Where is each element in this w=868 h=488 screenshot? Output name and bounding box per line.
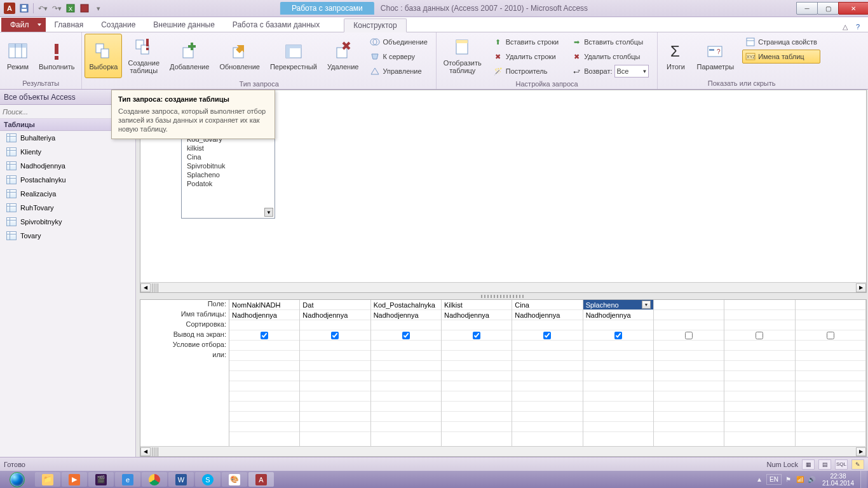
qbe-cell[interactable]: [371, 422, 441, 432]
qbe-show-cell[interactable]: [371, 330, 441, 341]
qbe-cell[interactable]: [512, 381, 582, 391]
show-checkbox[interactable]: [331, 332, 339, 339]
qbe-table-cell[interactable]: Nadhodjennya: [371, 310, 441, 320]
delete-cols-button[interactable]: ✖Удалить столбцы: [568, 50, 652, 64]
qbe-cell[interactable]: [442, 351, 512, 361]
qbe-cell[interactable]: [796, 381, 865, 391]
qbe-show-cell[interactable]: [300, 330, 370, 341]
insert-rows-button[interactable]: ⬆Вставить строки: [490, 35, 562, 49]
qbe-table-cell[interactable]: Nadhodjennya: [442, 310, 512, 320]
qbe-cell[interactable]: [229, 391, 299, 402]
nav-table-item[interactable]: Nadhodjennya: [0, 159, 135, 173]
view-sql-button[interactable]: SQL: [835, 459, 848, 470]
qbe-cell[interactable]: [512, 341, 582, 351]
field-item[interactable]: Cina: [182, 152, 275, 161]
qbe-cell[interactable]: [654, 351, 724, 361]
qbe-cell[interactable]: [229, 412, 299, 422]
qbe-cell[interactable]: [512, 412, 582, 422]
qbe-sort-cell[interactable]: [724, 320, 794, 330]
field-item[interactable]: Podatok: [182, 179, 275, 188]
ribbon-minimize-icon[interactable]: △: [840, 22, 850, 32]
qbe-cell[interactable]: [300, 391, 370, 402]
qbe-sort-cell[interactable]: [796, 320, 865, 330]
qbe-cell[interactable]: [512, 422, 582, 432]
view-datasheet-button[interactable]: ▦: [802, 459, 815, 470]
qbe-cell[interactable]: [442, 341, 512, 351]
show-checkbox[interactable]: [261, 332, 268, 339]
builder-button[interactable]: 🪄Построитель: [490, 64, 562, 78]
qbe-cell[interactable]: [300, 351, 370, 361]
field-item[interactable]: Spivrobitnuk: [182, 161, 275, 170]
qbe-cell[interactable]: [796, 361, 865, 371]
qbe-cell[interactable]: [796, 402, 865, 412]
splitter-gripper[interactable]: [140, 294, 867, 299]
qbe-cell[interactable]: [724, 412, 794, 422]
task-word[interactable]: W: [168, 472, 194, 487]
qbe-cell[interactable]: [300, 402, 370, 412]
qbe-cell[interactable]: [654, 422, 724, 432]
qbe-show-cell[interactable]: [724, 330, 794, 341]
start-button[interactable]: [0, 471, 34, 488]
task-access[interactable]: A: [248, 472, 274, 487]
qbe-field-cell[interactable]: NomNaklNADH: [229, 300, 299, 310]
property-sheet-button[interactable]: Страница свойств: [742, 35, 820, 49]
table-names-button[interactable]: XYZИмена таблиц: [742, 50, 820, 64]
qbe-cell[interactable]: [654, 371, 724, 381]
qat-export-excel-icon[interactable]: X: [65, 3, 76, 13]
language-indicator[interactable]: EN: [766, 474, 782, 485]
qbe-column[interactable]: KilkistNadhodjennya: [442, 300, 512, 446]
qbe-cell[interactable]: [583, 381, 653, 391]
nav-table-item[interactable]: Klienty: [0, 145, 135, 159]
qbe-show-cell[interactable]: [583, 330, 653, 341]
qbe-horizontal-scrollbar[interactable]: ◀ ▶: [140, 446, 866, 456]
qbe-sort-cell[interactable]: [229, 320, 299, 330]
qbe-show-cell[interactable]: [654, 330, 724, 341]
maximize-button[interactable]: ▢: [817, 2, 839, 15]
qat-export-purple-icon[interactable]: [79, 3, 90, 13]
parameters-button[interactable]: ? Параметры: [692, 34, 738, 78]
qbe-show-cell[interactable]: [796, 330, 865, 341]
qbe-field-cell[interactable]: [654, 300, 724, 310]
run-button[interactable]: Выполнить: [34, 34, 79, 78]
qbe-table-cell[interactable]: [654, 310, 724, 320]
task-chrome[interactable]: [142, 472, 167, 487]
qbe-field-cell[interactable]: Splacheno▼: [583, 300, 653, 310]
qbe-cell[interactable]: [229, 422, 299, 432]
qbe-table-cell[interactable]: Nadhodjennya: [583, 310, 653, 320]
file-tab[interactable]: Файл: [1, 18, 46, 32]
update-query-button[interactable]: Обновление: [215, 34, 264, 78]
qbe-cell[interactable]: [724, 402, 794, 412]
scroll-left-icon[interactable]: ◀: [140, 447, 151, 456]
nav-table-item[interactable]: Tovary: [0, 229, 135, 243]
tray-up-icon[interactable]: ▲: [755, 475, 764, 484]
qbe-column[interactable]: Kod_PostachalnykaNadhodjennya: [371, 300, 442, 446]
totals-button[interactable]: Σ Итоги: [660, 34, 691, 78]
task-skype[interactable]: S: [195, 472, 220, 487]
qbe-show-cell[interactable]: [229, 330, 299, 341]
qbe-cell[interactable]: [583, 351, 653, 361]
qat-dropdown-icon[interactable]: ▾: [93, 3, 104, 13]
qbe-cell[interactable]: [229, 402, 299, 412]
qbe-cell[interactable]: [654, 341, 724, 351]
qbe-cell[interactable]: [371, 412, 441, 422]
qbe-table-cell[interactable]: [796, 310, 865, 320]
qbe-cell[interactable]: [724, 391, 794, 402]
qbe-cell[interactable]: [796, 412, 865, 422]
tab-database-tools[interactable]: Работа с базами данных: [224, 18, 329, 32]
qbe-cell[interactable]: [371, 351, 441, 361]
redo-icon[interactable]: ↷▾: [51, 3, 62, 13]
qbe-sort-cell[interactable]: [300, 320, 370, 330]
minimize-button[interactable]: ─: [796, 2, 818, 15]
upper-horizontal-scrollbar[interactable]: ◀ ▶: [140, 282, 866, 292]
qbe-cell[interactable]: [512, 351, 582, 361]
qbe-cell[interactable]: [371, 341, 441, 351]
task-paint[interactable]: 🎨: [222, 472, 247, 487]
qbe-cell[interactable]: [654, 381, 724, 391]
scroll-left-icon[interactable]: ◀: [140, 283, 151, 292]
qbe-cell[interactable]: [371, 391, 441, 402]
field-item[interactable]: kilkist: [182, 144, 275, 152]
qbe-table-cell[interactable]: [724, 310, 794, 320]
qbe-cell[interactable]: [583, 361, 653, 371]
qbe-sort-cell[interactable]: [371, 320, 441, 330]
qbe-cell[interactable]: [583, 412, 653, 422]
